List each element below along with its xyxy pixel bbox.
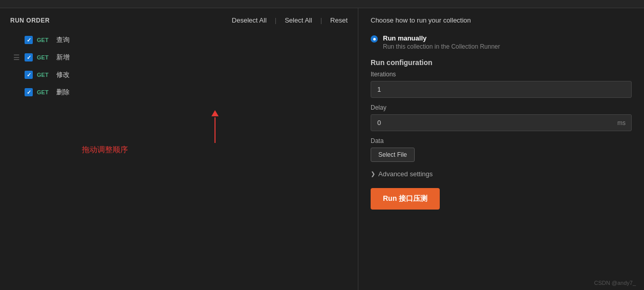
run-config-title: Run configuration (371, 58, 632, 67)
request-name: 修改 (56, 70, 70, 79)
select-all-link[interactable]: Select All (285, 16, 312, 24)
method-badge: GET (37, 37, 52, 43)
method-badge: GET (37, 89, 52, 95)
table-row: ☰ ✓ GET 删除 (10, 85, 348, 100)
checkbox-1[interactable]: ✓ (25, 36, 33, 44)
request-list: ☰ ✓ GET 查询 ☰ ✓ GET 新增 ☰ ✓ (10, 32, 348, 100)
deselect-all-link[interactable]: Deselect All (232, 16, 267, 24)
delay-label: Delay (371, 104, 632, 111)
select-file-button[interactable]: Select File (371, 148, 415, 162)
run-mode-option: Run manually Run this collection in the … (371, 34, 632, 50)
table-row: ☰ ✓ GET 查询 (10, 32, 348, 48)
checkbox-4[interactable]: ✓ (25, 88, 33, 96)
run-order-header: RUN ORDER Deselect All | Select All | Re… (10, 16, 348, 24)
separator-2: | (320, 16, 322, 24)
radio-button[interactable] (371, 35, 378, 43)
header-actions: Deselect All | Select All | Reset (232, 16, 348, 24)
advanced-settings[interactable]: ❯ Advanced settings (371, 170, 632, 178)
iterations-input-wrapper (371, 81, 632, 98)
checkmark-icon: ✓ (27, 37, 31, 44)
delay-input[interactable] (371, 114, 632, 131)
annotation-area: 拖动调整顺序 (51, 110, 348, 155)
advanced-settings-label: Advanced settings (378, 170, 433, 178)
checkbox-2[interactable]: ✓ (25, 53, 33, 61)
arrow-head-icon (211, 110, 219, 116)
chevron-right-icon: ❯ (371, 171, 375, 177)
radio-dot-inner (373, 38, 376, 40)
delay-field: Delay ms (371, 104, 632, 131)
table-row: ☰ ✓ GET 修改 (10, 67, 348, 82)
choose-title: Choose how to run your collection (371, 16, 632, 24)
iterations-field: Iterations (371, 71, 632, 98)
reset-link[interactable]: Reset (330, 16, 348, 24)
run-mode-label: Run manually (383, 34, 500, 42)
left-panel: RUN ORDER Deselect All | Select All | Re… (0, 8, 358, 290)
checkmark-icon: ✓ (27, 54, 31, 61)
request-name: 新增 (56, 53, 70, 62)
table-row: ☰ ✓ GET 新增 (10, 50, 348, 65)
checkmark-icon: ✓ (27, 89, 31, 96)
right-panel: Choose how to run your collection Run ma… (358, 8, 644, 290)
iterations-label: Iterations (371, 71, 632, 78)
drag-handle[interactable]: ☰ (12, 53, 20, 61)
config-section: Iterations Delay ms Data Select (371, 71, 632, 162)
data-field: Data Select File (371, 137, 632, 162)
request-name: 查询 (56, 35, 70, 45)
arrow-container (82, 110, 348, 143)
arrow-shaft-icon (214, 117, 216, 143)
request-name: 删除 (56, 88, 70, 97)
annotation-text: 拖动调整顺序 (82, 145, 128, 154)
iterations-input[interactable] (371, 81, 632, 98)
footer-text: CSDN @andy7_ (594, 280, 636, 286)
run-mode-text: Run manually Run this collection in the … (383, 34, 500, 50)
separator-1: | (275, 16, 276, 24)
run-config-section: Run configuration Iterations Delay ms (371, 58, 632, 162)
data-label: Data (371, 137, 632, 144)
method-badge: GET (37, 54, 52, 60)
run-button[interactable]: Run 接口压测 (371, 188, 440, 210)
delay-suffix: ms (617, 119, 626, 127)
checkmark-icon: ✓ (27, 72, 31, 78)
run-order-title: RUN ORDER (10, 17, 50, 24)
run-mode-desc: Run this collection in the Collection Ru… (383, 43, 500, 50)
checkbox-3[interactable]: ✓ (25, 71, 33, 79)
delay-input-wrapper: ms (371, 114, 632, 131)
method-badge: GET (37, 72, 52, 78)
